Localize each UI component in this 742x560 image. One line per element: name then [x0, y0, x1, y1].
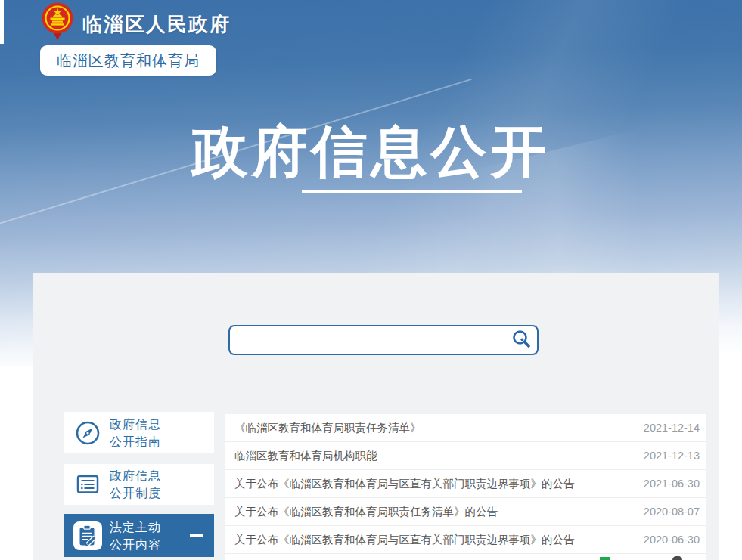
article-title[interactable]: 《临淄区教育和体育局职责任务清单》: [234, 421, 421, 435]
article-row[interactable]: 《临淄区教育和体育局职责任务清单》 2021-12-14: [225, 414, 706, 442]
left-edge-strip: [0, 0, 4, 44]
article-row[interactable]: 关于公布《临淄区教育和体育局与区直有关部门职责边界事项》的公告 2020-06-…: [225, 526, 706, 554]
article-row[interactable]: 关于公布《临淄区教育和体育局与区直有关部门职责边界事项》的公告 2021-06-…: [225, 470, 706, 498]
article-row[interactable]: 关于公布《临淄区教育和体育局职责任务清单》的公告 2020-08-07: [225, 498, 706, 526]
sidebar-item-label: 法定主动 公开内容: [110, 518, 161, 553]
sidebar-item-label-line2: 公开指南: [110, 433, 161, 450]
article-date: 2021-12-14: [644, 422, 700, 434]
article-date: 2021-12-13: [644, 450, 700, 462]
article-list: 《临淄区教育和体育局职责任务清单》 2021-12-14 临淄区教育和体育局机构…: [225, 414, 706, 560]
department-tab[interactable]: 临淄区教育和体育局: [40, 45, 216, 76]
search-box: [228, 325, 539, 355]
search-button[interactable]: [505, 326, 537, 354]
article-date: 2020-08-07: [644, 506, 700, 518]
content-panel: 政府信息 公开指南 政府信息 公开制度: [33, 273, 719, 560]
search-input[interactable]: [230, 326, 505, 354]
article-title[interactable]: 关于公布《临淄区教育和体育局与区直有关部门职责边界事项》的公告: [234, 533, 575, 547]
compass-icon: [73, 419, 103, 447]
search-icon: [511, 329, 532, 352]
sidebar-item-label-line1: 政府信息: [110, 467, 161, 484]
page: 临淄区人民政府 临淄区教育和体育局 政府信息公开: [0, 0, 742, 560]
department-tab-label: 临淄区教育和体育局: [57, 51, 200, 71]
partial-dark-widget-icon[interactable]: [672, 556, 682, 560]
partial-green-widget-icon[interactable]: [600, 557, 610, 560]
article-row[interactable]: 临淄区教育和体育局机构职能 2021-12-13: [225, 442, 706, 470]
site-brand[interactable]: 临淄区人民政府: [39, 2, 231, 44]
article-title[interactable]: 临淄区教育和体育局机构职能: [234, 449, 377, 463]
sidebar-item-gov-info-guide[interactable]: 政府信息 公开指南: [64, 412, 214, 453]
article-date: 2021-06-30: [644, 478, 700, 490]
article-title[interactable]: 关于公布《临淄区教育和体育局职责任务清单》的公告: [234, 505, 498, 519]
article-date: 2020-06-30: [644, 534, 700, 546]
sidebar-item-label-line2: 公开制度: [110, 484, 161, 502]
sidebar-item-statutory-disclosure[interactable]: 法定主动 公开内容: [64, 514, 214, 557]
sidebar-item-label: 政府信息 公开指南: [110, 416, 161, 450]
ledger-icon: [73, 471, 103, 498]
site-name: 临淄区人民政府: [82, 11, 231, 38]
title-underline: [302, 190, 522, 193]
national-emblem-icon: [39, 2, 76, 44]
sidebar-item-gov-info-system[interactable]: 政府信息 公开制度: [64, 464, 214, 505]
minus-icon[interactable]: [190, 534, 203, 537]
article-title[interactable]: 关于公布《临淄区教育和体育局与区直有关部门职责边界事项》的公告: [234, 477, 575, 491]
sidebar-item-label-line2: 公开内容: [110, 536, 161, 553]
clipboard-pencil-icon: [73, 521, 103, 550]
sidebar-item-label-line1: 政府信息: [110, 416, 161, 433]
sidebar-item-label: 政府信息 公开制度: [110, 467, 161, 502]
sidebar-item-label-line1: 法定主动: [110, 518, 161, 536]
page-title: 政府信息公开: [0, 115, 742, 190]
